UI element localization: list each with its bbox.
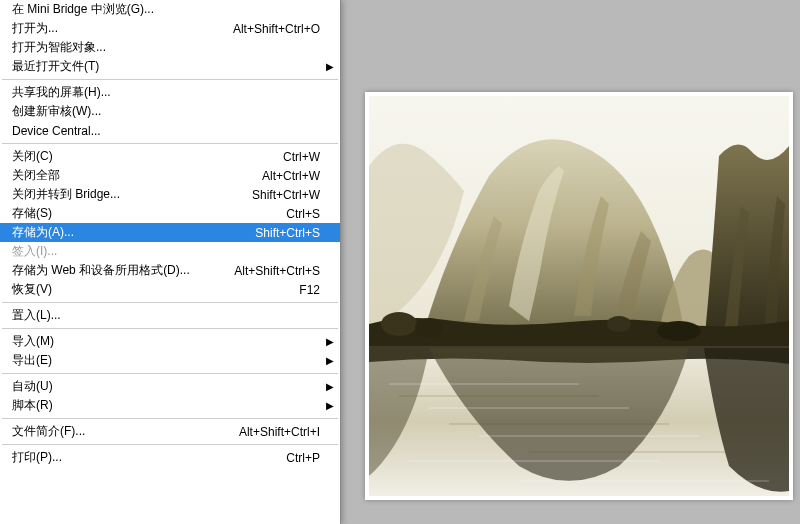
menu-item-label: 在 Mini Bridge 中浏览(G)...	[12, 1, 320, 18]
menu-item-label: 关闭并转到 Bridge...	[12, 186, 252, 203]
menu-item[interactable]: 存储为(A)...Shift+Ctrl+S	[0, 223, 340, 242]
canvas-area	[341, 0, 800, 524]
menu-item[interactable]: 脚本(R)▶	[0, 396, 340, 415]
menu-item[interactable]: 打开为智能对象...	[0, 38, 340, 57]
menu-item-shortcut: F12	[299, 283, 322, 297]
menu-item-shortcut: Ctrl+S	[286, 207, 322, 221]
menu-item-shortcut: Alt+Ctrl+W	[262, 169, 322, 183]
menu-item-label: 恢复(V)	[12, 281, 299, 298]
svg-point-1	[381, 312, 417, 336]
app-root: 在 Mini Bridge 中浏览(G)...打开为...Alt+Shift+C…	[0, 0, 800, 524]
menu-item[interactable]: 自动(U)▶	[0, 377, 340, 396]
menu-item-shortcut: Ctrl+P	[286, 451, 322, 465]
menu-item[interactable]: 最近打开文件(T)▶	[0, 57, 340, 76]
menu-separator	[2, 302, 338, 303]
menu-item-shortcut: Alt+Shift+Ctrl+O	[233, 22, 322, 36]
menu-item[interactable]: 在 Mini Bridge 中浏览(G)...	[0, 0, 340, 19]
chevron-right-icon: ▶	[326, 61, 334, 72]
menu-item-label: 置入(L)...	[12, 307, 320, 324]
menu-item-label: 导出(E)	[12, 352, 320, 369]
document-image	[369, 96, 789, 496]
menu-item-label: 最近打开文件(T)	[12, 58, 320, 75]
menu-item[interactable]: 恢复(V)F12	[0, 280, 340, 299]
menu-item[interactable]: 导出(E)▶	[0, 351, 340, 370]
menu-item[interactable]: 创建新审核(W)...	[0, 102, 340, 121]
menu-item-label: 打印(P)...	[12, 449, 286, 466]
menu-item-label: 关闭全部	[12, 167, 262, 184]
menu-item[interactable]: 导入(M)▶	[0, 332, 340, 351]
menu-item-label: 导入(M)	[12, 333, 320, 350]
menu-item-label: 存储为 Web 和设备所用格式(D)...	[12, 262, 234, 279]
svg-point-2	[415, 318, 443, 338]
menu-item-label: 打开为...	[12, 20, 233, 37]
menu-separator	[2, 444, 338, 445]
menu-item[interactable]: 存储为 Web 和设备所用格式(D)...Alt+Shift+Ctrl+S	[0, 261, 340, 280]
document-canvas[interactable]	[365, 92, 793, 500]
menu-item-label: Device Central...	[12, 124, 320, 138]
menu-separator	[2, 373, 338, 374]
menu-item-label: 创建新审核(W)...	[12, 103, 320, 120]
menu-item[interactable]: 关闭(C)Ctrl+W	[0, 147, 340, 166]
menu-separator	[2, 143, 338, 144]
svg-point-4	[657, 321, 701, 341]
menu-item-label: 关闭(C)	[12, 148, 283, 165]
menu-item[interactable]: 文件简介(F)...Alt+Shift+Ctrl+I	[0, 422, 340, 441]
file-menu-dropdown: 在 Mini Bridge 中浏览(G)...打开为...Alt+Shift+C…	[0, 0, 341, 524]
menu-item[interactable]: 打印(P)...Ctrl+P	[0, 448, 340, 467]
menu-item[interactable]: 共享我的屏幕(H)...	[0, 83, 340, 102]
chevron-right-icon: ▶	[326, 336, 334, 347]
menu-item-label: 脚本(R)	[12, 397, 320, 414]
menu-item-shortcut: Ctrl+W	[283, 150, 322, 164]
chevron-right-icon: ▶	[326, 355, 334, 366]
menu-item: 签入(I)...	[0, 242, 340, 261]
menu-item-label: 存储为(A)...	[12, 224, 255, 241]
menu-item-label: 自动(U)	[12, 378, 320, 395]
menu-item-shortcut: Alt+Shift+Ctrl+I	[239, 425, 322, 439]
menu-item[interactable]: 置入(L)...	[0, 306, 340, 325]
menu-item-shortcut: Shift+Ctrl+S	[255, 226, 322, 240]
menu-item-shortcut: Shift+Ctrl+W	[252, 188, 322, 202]
menu-item[interactable]: 关闭全部Alt+Ctrl+W	[0, 166, 340, 185]
menu-separator	[2, 418, 338, 419]
menu-item-label: 打开为智能对象...	[12, 39, 320, 56]
menu-separator	[2, 328, 338, 329]
menu-item[interactable]: Device Central...	[0, 121, 340, 140]
menu-separator	[2, 79, 338, 80]
menu-item-label: 共享我的屏幕(H)...	[12, 84, 320, 101]
menu-item[interactable]: 关闭并转到 Bridge...Shift+Ctrl+W	[0, 185, 340, 204]
menu-item-label: 签入(I)...	[12, 243, 320, 260]
chevron-right-icon: ▶	[326, 400, 334, 411]
menu-item-label: 存储(S)	[12, 205, 286, 222]
chevron-right-icon: ▶	[326, 381, 334, 392]
menu-item-shortcut: Alt+Shift+Ctrl+S	[234, 264, 322, 278]
menu-item[interactable]: 存储(S)Ctrl+S	[0, 204, 340, 223]
menu-item[interactable]: 打开为...Alt+Shift+Ctrl+O	[0, 19, 340, 38]
menu-item-label: 文件简介(F)...	[12, 423, 239, 440]
svg-point-3	[607, 316, 631, 332]
